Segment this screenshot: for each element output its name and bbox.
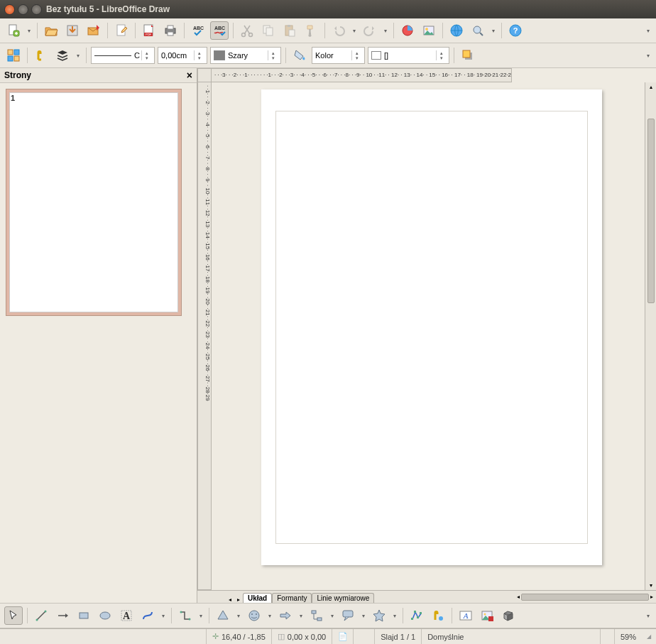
connector-tool[interactable] xyxy=(176,606,195,625)
vertical-ruler[interactable]: · ·1· · ·2· · ·3· · ·4· · ·5· · ·6· · ·7… xyxy=(197,82,212,590)
svg-point-43 xyxy=(249,611,259,621)
tab-scroll-left[interactable]: ◂ xyxy=(226,596,234,603)
line-filling-toolbar: ▾ C▴▾ 0,00cm▴▾ Szary▴▾ Kolor▴▾ []▴▾ ▾ xyxy=(0,43,656,68)
arrow-tool[interactable] xyxy=(53,606,72,625)
status-position: ✛16,40 / -1,85 xyxy=(206,629,271,644)
resize-grip-icon[interactable]: ◢ xyxy=(642,629,656,644)
curve-tool[interactable] xyxy=(138,606,157,625)
rectangle-tool[interactable] xyxy=(75,606,93,625)
area-button[interactable] xyxy=(290,46,309,65)
flowchart-tool[interactable] xyxy=(307,606,326,625)
toolbar2-overflow[interactable]: ▾ xyxy=(645,53,652,59)
svg-point-22 xyxy=(425,28,428,31)
help-button[interactable]: ? xyxy=(506,21,525,40)
zoom-dropdown[interactable]: ▾ xyxy=(490,28,497,34)
horizontal-ruler[interactable]: · · ·3· · ·2· · ·1· · · · · · ·1· · ·2· … xyxy=(212,68,512,82)
spellcheck-button[interactable]: ABC xyxy=(189,21,207,40)
callouts-tool[interactable] xyxy=(339,606,357,625)
status-style[interactable]: Domyślnie xyxy=(421,629,600,644)
status-zoom[interactable]: 59% xyxy=(614,629,642,644)
format-paintbrush-button[interactable] xyxy=(302,21,320,40)
paste-button[interactable] xyxy=(280,21,299,40)
window-titlebar: Bez tytułu 5 - LibreOffice Draw xyxy=(0,0,656,18)
fill-color-select[interactable]: []▴▾ xyxy=(368,47,449,64)
status-signature[interactable] xyxy=(353,629,374,644)
print-button[interactable] xyxy=(161,21,180,40)
svg-text:A: A xyxy=(463,611,469,620)
connector-dropdown[interactable]: ▾ xyxy=(197,613,204,619)
fontwork-button[interactable]: A xyxy=(457,606,475,625)
block-arrows-tool[interactable] xyxy=(276,606,295,625)
shadow-button[interactable] xyxy=(459,46,477,65)
arrange-dropdown[interactable]: ▾ xyxy=(75,53,82,59)
navigator-button[interactable] xyxy=(469,21,487,40)
insert-image-button[interactable] xyxy=(420,21,438,40)
status-size: ◫0,00 x 0,00 xyxy=(271,629,332,644)
redo-dropdown[interactable]: ▾ xyxy=(382,28,389,34)
window-maximize-button[interactable] xyxy=(31,4,42,15)
svg-point-57 xyxy=(484,613,486,616)
slide-thumbnail-1[interactable]: 1 xyxy=(6,89,182,316)
cut-button[interactable] xyxy=(238,21,256,40)
arrange-button[interactable] xyxy=(53,46,72,65)
line-color-select[interactable]: Szary▴▾ xyxy=(210,47,281,64)
svg-rect-9 xyxy=(168,26,173,29)
line-style-select[interactable]: C▴▾ xyxy=(91,47,155,64)
open-button[interactable] xyxy=(42,21,60,40)
fill-type-select[interactable]: Kolor▴▾ xyxy=(312,47,365,64)
slides-panel: Strony × 1 xyxy=(0,68,197,603)
status-slide[interactable]: Slajd 1 / 1 xyxy=(374,629,421,644)
gluepoints-edit-button[interactable] xyxy=(429,606,447,625)
basic-shapes-tool[interactable] xyxy=(214,606,232,625)
extrusion-button[interactable] xyxy=(499,606,518,625)
showgrid-button[interactable] xyxy=(4,46,23,65)
svg-point-44 xyxy=(251,613,253,615)
glue-points-button[interactable] xyxy=(32,46,50,65)
drawing-toolbar: A ▾ ▾ ▾ ▾ ▾ ▾ ▾ ▾ A ▾ xyxy=(0,603,656,628)
page[interactable] xyxy=(261,89,602,565)
drawing-toolbar-overflow[interactable]: ▾ xyxy=(645,613,652,619)
window-minimize-button[interactable] xyxy=(18,4,28,15)
window-close-button[interactable] xyxy=(4,4,15,15)
auto-spellcheck-button[interactable]: ABC xyxy=(210,21,229,40)
ellipse-tool[interactable] xyxy=(96,606,114,625)
select-tool[interactable] xyxy=(4,606,23,625)
drawing-canvas[interactable] xyxy=(212,82,645,590)
edit-file-button[interactable] xyxy=(112,21,131,40)
hyperlink-button[interactable] xyxy=(447,21,466,40)
page-margin-guide xyxy=(275,111,588,544)
save-button[interactable] xyxy=(63,21,82,40)
svg-rect-18 xyxy=(288,25,290,27)
vertical-scrollbar[interactable]: ▴ ▾ xyxy=(645,82,656,590)
line-width-field[interactable]: 0,00cm▴▾ xyxy=(158,47,207,64)
horizontal-scrollbar[interactable]: ◂ ▸ xyxy=(374,591,656,603)
tab-scroll-right[interactable]: ▸ xyxy=(234,596,243,603)
symbol-shapes-tool[interactable] xyxy=(245,606,263,625)
toolbar-overflow[interactable]: ▾ xyxy=(645,28,652,34)
canvas-area: · · ·3· · ·2· · ·1· · · · · · ·1· · ·2· … xyxy=(197,68,656,603)
undo-button[interactable] xyxy=(329,21,348,40)
new-doc-button[interactable] xyxy=(4,21,23,40)
text-tool[interactable]: A xyxy=(117,606,136,625)
redo-button[interactable] xyxy=(361,21,379,40)
layer-tabs: ◂ ▸ Układ Formanty Linie wymiarowe xyxy=(197,591,374,603)
slides-panel-close-button[interactable]: × xyxy=(187,70,192,81)
stars-tool[interactable] xyxy=(370,606,388,625)
chart-button[interactable] xyxy=(398,21,417,40)
email-button[interactable] xyxy=(84,21,103,40)
export-pdf-button[interactable]: PDF xyxy=(140,21,158,40)
slide-number: 1 xyxy=(11,94,15,102)
copy-button[interactable] xyxy=(259,21,278,40)
curve-dropdown[interactable]: ▾ xyxy=(160,613,167,619)
svg-rect-52 xyxy=(420,612,422,614)
from-file-button[interactable] xyxy=(478,606,496,625)
tab-layout[interactable]: Układ xyxy=(243,593,272,603)
new-doc-dropdown[interactable]: ▾ xyxy=(26,28,33,34)
tab-controls[interactable]: Formanty xyxy=(272,593,312,603)
tab-dimlines[interactable]: Linie wymiarowe xyxy=(312,593,374,603)
undo-dropdown[interactable]: ▾ xyxy=(351,28,358,34)
edit-points-button[interactable] xyxy=(408,606,426,625)
svg-point-13 xyxy=(242,33,246,37)
line-tool[interactable] xyxy=(32,606,50,625)
status-modified-icon: 📄 xyxy=(332,629,353,644)
